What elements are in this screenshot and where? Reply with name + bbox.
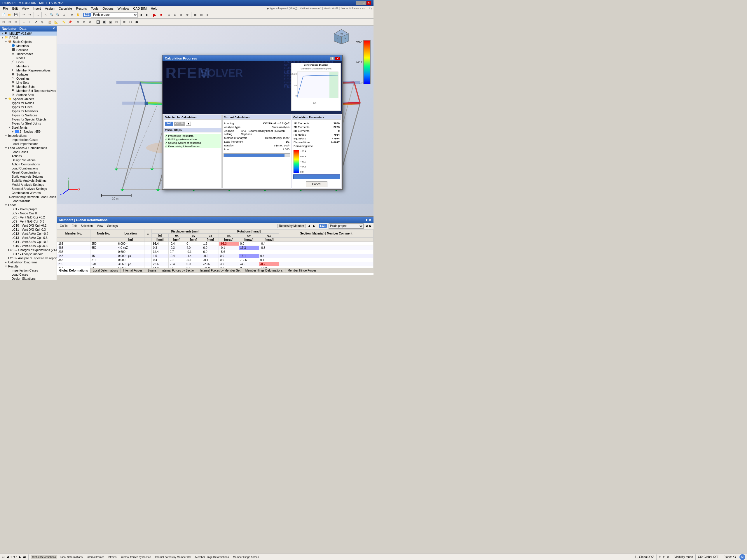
tree-types-members[interactable]: Types for Members [0, 109, 57, 113]
tb-run-calc[interactable]: ▶ [152, 12, 158, 18]
table-row[interactable]: 3433190.000 0.4-0.1-0.1-0.1 0.0-12.60.1 [57, 258, 374, 262]
maximize-btn[interactable]: □ [361, 1, 366, 5]
bottom-close[interactable]: ✕ [369, 218, 371, 222]
tree-load-combos[interactable]: Load Combinations [0, 166, 57, 170]
tree-types-nodes[interactable]: Types for Nodes [0, 101, 57, 105]
minimize-btn[interactable]: — [356, 1, 361, 5]
tb-display4[interactable]: ⊕ [184, 12, 190, 18]
tb2-11[interactable]: 📌 [67, 19, 73, 25]
tab-int-forces-member-set[interactable]: Internal Forces by Member Set [198, 268, 243, 273]
tb-view1[interactable]: ▦ [192, 12, 198, 18]
tb2-1[interactable]: ⊡ [1, 19, 6, 25]
tb2-6[interactable]: ↗ [33, 19, 39, 25]
tree-surfaces[interactable]: ▩ Surfaces [0, 72, 57, 76]
menu-calculate[interactable]: Calculate [57, 6, 74, 11]
table-row[interactable]: 148150.000 ↑φY 1.5-0.4-1.4-0.2 0.016.10.… [57, 254, 374, 258]
tb2-19[interactable]: ✖ [121, 19, 127, 25]
tab-strains[interactable]: Strains [145, 268, 159, 273]
tree-lc14[interactable]: LC14 - Vent Ar/Av Cpi +0.2 [0, 240, 57, 244]
tb2-16[interactable]: 🔳 [101, 19, 107, 25]
tree-rfem[interactable]: ▼ 📁 RFEM [0, 35, 57, 40]
bp-edit[interactable]: Edit [71, 223, 78, 229]
tree-nodes[interactable]: · Nodes [0, 56, 57, 60]
tree-static-settings[interactable]: Static Analysis Settings [0, 175, 57, 179]
menu-help[interactable]: Help [149, 6, 159, 11]
tree-lc16[interactable]: LC16 - Charges d'exploitations (2T/m²) [0, 248, 57, 252]
tb2-4[interactable]: ↔ [21, 19, 27, 25]
menu-file[interactable]: File [1, 6, 10, 11]
tree-res-imperf[interactable]: Imperfection Cases [0, 268, 57, 272]
tree-members[interactable]: — Members [0, 64, 57, 68]
menu-cadbim[interactable]: CAD-BIM [131, 6, 148, 11]
tab-internal-forces[interactable]: Internal Forces [121, 268, 145, 273]
tree-lc12[interactable]: LC12 - Vent Av/Ar Cpi +0.2 [0, 232, 57, 236]
bp-prev[interactable]: ◀ [307, 224, 311, 228]
tb-rotate[interactable]: ↻ [69, 12, 75, 18]
menu-tools[interactable]: Tools [89, 6, 100, 11]
tree-rel-lc[interactable]: Relationship Between Load Cases [0, 195, 57, 199]
tree-types-steel-joints[interactable]: Types for Steel Joints [0, 121, 57, 126]
menu-assign[interactable]: Assign [43, 6, 56, 11]
tree-imperf-cases[interactable]: Imperfection Cases [0, 138, 57, 142]
tree-spectral-settings[interactable]: Spectral Analysis Settings [0, 187, 57, 191]
tb2-9[interactable]: 📐 [53, 19, 59, 25]
bottom-expand[interactable]: ⬆ [365, 218, 368, 222]
menu-results[interactable]: Results [74, 6, 89, 11]
tab-hinge-forces[interactable]: Member Hinge Forces [285, 268, 319, 273]
tree-membersets[interactable]: ⊟ Member Sets [0, 85, 57, 89]
bp-selection[interactable]: Selection [80, 223, 94, 229]
lc-dropdown[interactable]: Poids propre [91, 12, 138, 18]
close-btn[interactable]: ✕ [366, 1, 371, 5]
table-row[interactable]: 2155313.669 ↑φZ 23.6-0.40.0-23.6 3.9-4.6… [57, 262, 374, 266]
tree-modal-settings[interactable]: Modal Analysis Settings [0, 183, 57, 187]
tb-new[interactable]: 📄 [1, 12, 6, 18]
tree-types-lines[interactable]: Types for Lines [0, 105, 57, 109]
tb2-7[interactable]: ◎ [39, 19, 45, 25]
tree-lc7[interactable]: LC7 - Neige Cas II [0, 211, 57, 215]
tb2-8[interactable]: 🏠 [47, 19, 53, 25]
table-row[interactable]: 2350.600 34.40.7-0.10.0 -5.6 [57, 250, 374, 254]
bp-next[interactable]: ▶ [312, 224, 316, 228]
results-table[interactable]: Member No. Node No. Location x Displacem… [57, 229, 374, 268]
tree-lc9[interactable]: LC9 - Vent G/G Cpi -0.3 [0, 219, 57, 223]
nav-close[interactable]: ✕ [53, 27, 55, 30]
tree-calc-diag[interactable]: ▶ Calculation Diagrams [0, 260, 57, 264]
tb-display3[interactable]: ◉ [178, 12, 184, 18]
tree-thicknesses[interactable]: ▭ Thicknesses [0, 52, 57, 56]
tb2-20[interactable]: ⬡ [128, 19, 133, 25]
tree-stability-settings[interactable]: Stability Analysis Settings [0, 179, 57, 183]
tb-zoom-all[interactable]: ⊡ [61, 12, 67, 18]
menu-options[interactable]: Options [101, 6, 115, 11]
tree-lc1[interactable]: LC1 - Poids propre [0, 207, 57, 211]
tree-load-wizards[interactable]: Load Wizards [0, 199, 57, 203]
bp-lc-prev[interactable]: ◀ [365, 224, 368, 228]
tb-select[interactable]: ↖ [43, 12, 48, 18]
bp-lc-next[interactable]: ▶ [369, 224, 372, 228]
tree-loads[interactable]: ▼ Loads [0, 203, 57, 207]
bp-view[interactable]: View [96, 223, 104, 229]
cancel-button[interactable]: Cancel [306, 181, 327, 187]
tree-combo-wizards[interactable]: Combination Wizards [0, 191, 57, 195]
tb-stop-calc[interactable]: ■ [158, 12, 164, 18]
calc-help[interactable]: ? [330, 57, 334, 60]
bp-lc-dropdown[interactable]: Poids propre [329, 223, 364, 229]
tree-action-combos[interactable]: Action Combinations [0, 162, 57, 166]
calc-mode-dropdown[interactable]: ▼ [186, 122, 191, 126]
tree-project[interactable]: ▼ 🏗 MILLET V15.rf6* [0, 31, 57, 35]
tb-display2[interactable]: ⊟ [172, 12, 178, 18]
tab-int-forces-section[interactable]: Internal Forces by Section [159, 268, 198, 273]
tree-lc17[interactable]: LC17 - Analyse modale [0, 252, 57, 256]
tree-materials[interactable]: 🔵 Materials [0, 44, 57, 48]
tree-result-combos[interactable]: Result Combinations [0, 170, 57, 175]
menu-edit[interactable]: Edit [10, 6, 20, 11]
nav-tree[interactable]: ▼ 🏗 MILLET V15.rf6* ▼ 📁 RFEM ▼ 📦 Basic O… [0, 31, 57, 280]
tree-lc10[interactable]: LC10 - Vent D/G Cpi +0.2 [0, 223, 57, 228]
tb2-14[interactable]: ⊗ [87, 19, 93, 25]
table-row[interactable]: 1632506.000 ↑ 96.4-0.401.9 -96.30.0-0.4 [57, 242, 374, 246]
tb2-21[interactable]: ⬢ [134, 19, 139, 25]
tree-res-design[interactable]: Design Situations [0, 276, 57, 280]
tb-display1[interactable]: ⊞ [166, 12, 172, 18]
bp-goto[interactable]: Go To [59, 223, 69, 229]
tab-global-deform[interactable]: Global Deformations [57, 268, 91, 273]
tb-print[interactable]: 🖨 [35, 12, 41, 18]
